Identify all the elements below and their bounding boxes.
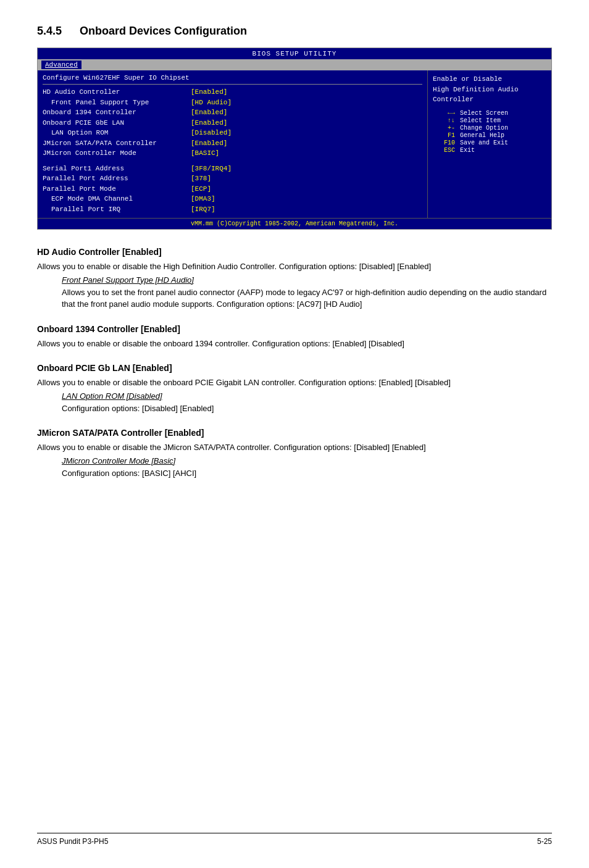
bios-value-parallel-addr: [378]: [191, 173, 211, 184]
bios-help-text: Enable or DisableHigh Definition AudioCo…: [433, 74, 546, 105]
bios-label-parallel-addr: Parallel Port Address: [43, 173, 191, 184]
bios-row-hd-audio[interactable]: HD Audio Controller [Enabled]: [43, 87, 422, 98]
doc-pcie-lan-section: Onboard PCIE Gb LAN [Enabled] Allows you…: [37, 363, 552, 414]
bios-label-hd-audio: HD Audio Controller: [43, 87, 191, 98]
bios-row-jmicron-mode[interactable]: JMicron Controller Mode [BASIC]: [43, 148, 422, 159]
bios-label-ecp-dma: ECP Mode DMA Channel: [43, 194, 191, 204]
bios-value-parallel-irq: [IRQ7]: [191, 204, 215, 215]
bios-row-ecp-dma[interactable]: ECP Mode DMA Channel [DMA3]: [43, 194, 422, 204]
bios-label-front-panel: Front Panel Support Type: [43, 98, 191, 108]
bios-label-1394: Onboard 1394 Controller: [43, 107, 191, 118]
bios-value-1394: [Enabled]: [191, 107, 227, 118]
bios-key-row-save: F10 Save and Exit: [433, 140, 546, 146]
section-title: Onboard Devices Configuration: [80, 25, 247, 37]
bios-label-serial-port: Serial Port1 Address: [43, 164, 191, 174]
bios-key-sym-save: F10: [433, 140, 455, 146]
bios-value-lan-rom: [Disabled]: [191, 128, 232, 138]
bios-value-jmicron-sata: [Enabled]: [191, 138, 227, 149]
doc-jmicron-body: Allows you to enable or disable the JMic…: [37, 441, 552, 454]
bios-key-sym-item: ↑↓: [433, 117, 455, 124]
bios-right-panel: Enable or DisableHigh Definition AudioCo…: [428, 70, 551, 218]
doc-pcie-lan-heading: Onboard PCIE Gb LAN [Enabled]: [37, 363, 552, 373]
bios-key-legend: ←→ Select Screen ↑↓ Select Item +- Chang…: [433, 110, 546, 154]
bios-key-desc-item: Select Item: [460, 117, 501, 124]
bios-row-pcie-lan[interactable]: Onboard PCIE GbE LAN [Enabled]: [43, 118, 422, 128]
bios-key-desc-change: Change Option: [460, 125, 508, 131]
section-number: 5.4.5: [37, 25, 62, 37]
bios-key-desc-exit: Exit: [460, 147, 475, 154]
bios-row-parallel-mode[interactable]: Parallel Port Mode [ECP]: [43, 184, 422, 194]
bios-label-parallel-irq: Parallel Port IRQ: [43, 204, 191, 215]
bios-label-parallel-mode: Parallel Port Mode: [43, 184, 191, 194]
bios-setup-box: BIOS SETUP UTILITY Advanced Configure Wi…: [37, 48, 552, 230]
doc-pcie-lan-body: Allows you to enable or disable the onbo…: [37, 377, 552, 389]
doc-jmicron-mode-body: Configuration options: [BASIC] [AHCI]: [62, 467, 552, 480]
doc-jmicron-section: JMicron SATA/PATA Controller [Enabled] A…: [37, 428, 552, 479]
bios-label-jmicron-mode: JMicron Controller Mode: [43, 148, 191, 159]
bios-row-jmicron-sata[interactable]: JMicron SATA/PATA Controller [Enabled]: [43, 138, 422, 149]
bios-key-desc-help: General Help: [460, 132, 504, 139]
bios-key-desc-screen: Select Screen: [460, 110, 508, 117]
bios-key-row-exit: ESC Exit: [433, 147, 546, 154]
bios-row-parallel-irq[interactable]: Parallel Port IRQ [IRQ7]: [43, 204, 422, 215]
doc-front-panel-body: Allows you to set the front panel audio …: [62, 286, 552, 311]
bios-content-area: Configure Win627EHF Super IO Chipset HD …: [38, 70, 551, 218]
doc-hd-audio-body: Allows you to enable or disable the High…: [37, 261, 552, 273]
doc-hd-audio-section: HD Audio Controller [Enabled] Allows you…: [37, 247, 552, 311]
doc-1394-heading: Onboard 1394 Controller [Enabled]: [37, 324, 552, 334]
bios-value-parallel-mode: [ECP]: [191, 184, 211, 194]
page-footer: ASUS Pundit P3-PH5 5-25: [37, 833, 552, 846]
bios-value-front-panel: [HD Audio]: [191, 98, 232, 108]
section-heading: 5.4.5 Onboard Devices Configuration: [37, 25, 552, 38]
doc-1394-body: Allows you to enable or disable the onbo…: [37, 338, 552, 350]
bios-configure-subtitle: Configure Win627EHF Super IO Chipset: [43, 74, 422, 81]
bios-tab-advanced[interactable]: Advanced: [41, 61, 81, 69]
doc-jmicron-mode-sub: JMicron Controller Mode [Basic] Configur…: [62, 456, 552, 480]
footer-left: ASUS Pundit P3-PH5: [37, 837, 108, 846]
bios-key-sym-help: F1: [433, 132, 455, 139]
bios-label-pcie-lan: Onboard PCIE GbE LAN: [43, 118, 191, 128]
bios-key-row-screen: ←→ Select Screen: [433, 110, 546, 117]
bios-row-front-panel[interactable]: Front Panel Support Type [HD Audio]: [43, 98, 422, 108]
bios-left-panel: Configure Win627EHF Super IO Chipset HD …: [38, 70, 428, 218]
bios-title: BIOS SETUP UTILITY: [38, 48, 551, 59]
bios-row-parallel-addr[interactable]: Parallel Port Address [378]: [43, 173, 422, 184]
bios-row-lan-rom[interactable]: LAN Option ROM [Disabled]: [43, 128, 422, 138]
bios-tabs-bar: Advanced: [38, 59, 551, 70]
bios-key-row-change: +- Change Option: [433, 125, 546, 131]
footer-right: 5-25: [537, 837, 552, 846]
bios-label-jmicron-sata: JMicron SATA/PATA Controller: [43, 138, 191, 149]
bios-value-pcie-lan: [Enabled]: [191, 118, 227, 128]
doc-lan-rom-body: Configuration options: [Disabled] [Enabl…: [62, 403, 552, 415]
doc-jmicron-heading: JMicron SATA/PATA Controller [Enabled]: [37, 428, 552, 438]
doc-lan-rom-sub: LAN Option ROM [Disabled] Configuration …: [62, 391, 552, 415]
doc-hd-audio-sub: Front Panel Support Type [HD Audio] Allo…: [62, 275, 552, 311]
bios-value-hd-audio: [Enabled]: [191, 87, 227, 98]
doc-jmicron-mode-title: JMicron Controller Mode [Basic]: [62, 456, 552, 465]
bios-key-row-help: F1 General Help: [433, 132, 546, 139]
bios-footer: vMM.mm (C)Copyright 1985-2002, American …: [38, 218, 551, 229]
doc-lan-rom-title: LAN Option ROM [Disabled]: [62, 391, 552, 401]
bios-key-desc-save: Save and Exit: [460, 140, 508, 146]
bios-value-serial-port: [3F8/IRQ4]: [191, 164, 232, 174]
bios-value-ecp-dma: [DMA3]: [191, 194, 215, 204]
doc-hd-audio-heading: HD Audio Controller [Enabled]: [37, 247, 552, 257]
bios-key-sym-exit: ESC: [433, 147, 455, 154]
doc-front-panel-title: Front Panel Support Type [HD Audio]: [62, 275, 552, 285]
bios-key-sym-screen: ←→: [433, 110, 455, 117]
bios-row-1394[interactable]: Onboard 1394 Controller [Enabled]: [43, 107, 422, 118]
bios-key-sym-change: +-: [433, 125, 455, 131]
bios-value-jmicron-mode: [BASIC]: [191, 148, 219, 159]
doc-1394-section: Onboard 1394 Controller [Enabled] Allows…: [37, 324, 552, 350]
bios-key-row-item: ↑↓ Select Item: [433, 117, 546, 124]
bios-row-serial-port[interactable]: Serial Port1 Address [3F8/IRQ4]: [43, 164, 422, 174]
bios-label-lan-rom: LAN Option ROM: [43, 128, 191, 138]
